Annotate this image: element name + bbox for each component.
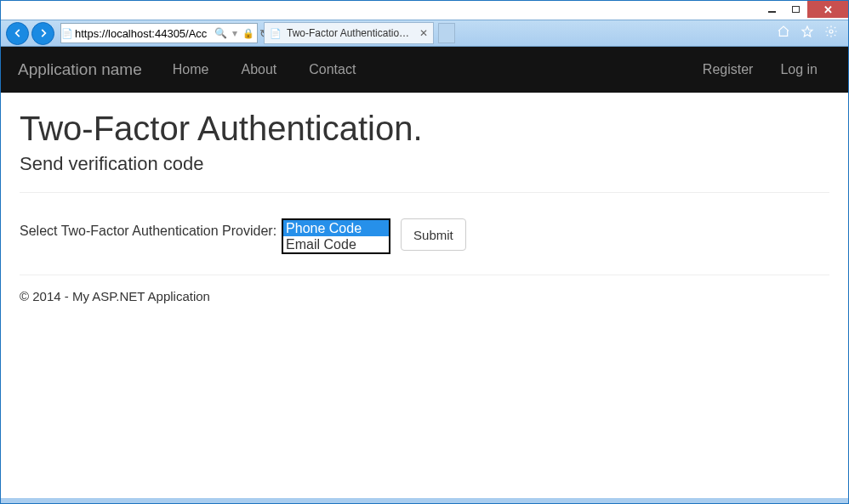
provider-label: Select Two-Factor Authentication Provide… [20, 218, 276, 239]
footer-text: © 2014 - My ASP.NET Application [20, 289, 829, 303]
page-favicon-icon: 📄 [61, 28, 73, 39]
browser-toolbar: 📄 🔍 ▾ 🔒 ↻ 📄 Two-Factor Authentication ..… [1, 20, 848, 47]
browser-window: ✕ 📄 🔍 ▾ 🔒 ↻ 📄 Two-Factor Authentication … [0, 0, 849, 504]
new-tab-button[interactable] [438, 23, 455, 43]
forward-button[interactable] [31, 22, 54, 45]
window-bottom-border [1, 498, 848, 503]
nav-link-login[interactable]: Log in [766, 62, 831, 77]
nav-link-contact[interactable]: Contact [295, 62, 369, 77]
tab-title: Two-Factor Authentication ... [287, 27, 414, 39]
nav-link-home[interactable]: Home [159, 62, 223, 77]
page-viewport: Application name Home About Contact Regi… [1, 47, 848, 498]
page-title: Two-Factor Authentication. [20, 110, 829, 148]
home-icon[interactable] [777, 25, 790, 42]
navbar-brand[interactable]: Application name [18, 60, 154, 79]
page-subtitle: Send verification code [20, 153, 829, 175]
search-icon[interactable]: 🔍 [214, 27, 227, 39]
window-maximize-button[interactable] [783, 1, 807, 18]
submit-button[interactable]: Submit [401, 218, 466, 251]
window-close-button[interactable]: ✕ [807, 1, 848, 18]
site-navbar: Application name Home About Contact Regi… [1, 47, 848, 93]
favorites-icon[interactable] [801, 25, 814, 42]
browser-right-icons [777, 25, 843, 42]
svg-point-0 [829, 30, 833, 33]
tab-favicon-icon: 📄 [270, 28, 282, 39]
footer-separator [20, 275, 829, 275]
nav-link-about[interactable]: About [227, 62, 290, 77]
nav-link-register[interactable]: Register [689, 62, 767, 77]
provider-option-email[interactable]: Email Code [283, 236, 389, 252]
address-input[interactable] [73, 27, 209, 40]
window-minimize-button[interactable] [760, 1, 783, 18]
address-bar[interactable]: 📄 🔍 ▾ 🔒 ↻ [60, 23, 258, 43]
tools-icon[interactable] [824, 25, 838, 42]
page-container: Two-Factor Authentication. Send verifica… [1, 93, 848, 320]
provider-select[interactable]: Phone Code Email Code [282, 218, 390, 254]
browser-tab[interactable]: 📄 Two-Factor Authentication ... ✕ [264, 22, 434, 44]
back-button[interactable] [6, 22, 29, 45]
window-titlebar: ✕ [1, 1, 848, 20]
provider-option-phone[interactable]: Phone Code [283, 220, 389, 236]
separator [20, 192, 829, 193]
lock-icon: 🔒 [242, 28, 254, 39]
tab-close-icon[interactable]: ✕ [419, 27, 428, 39]
provider-form-row: Select Two-Factor Authentication Provide… [20, 218, 829, 254]
